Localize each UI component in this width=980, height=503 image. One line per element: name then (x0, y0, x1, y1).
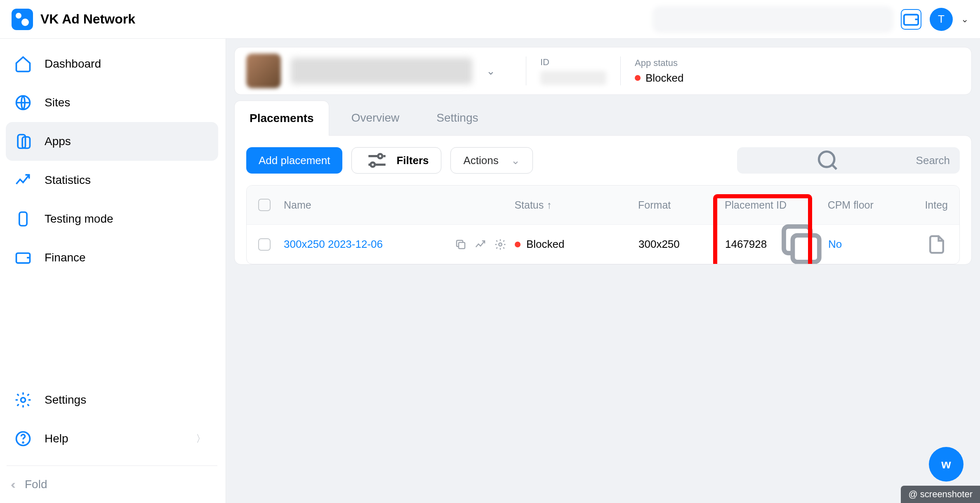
gear-icon[interactable] (494, 238, 506, 251)
wallet-icon (902, 10, 921, 29)
copy-icon[interactable] (455, 238, 467, 251)
filters-button[interactable]: Filters (351, 147, 441, 174)
app-selector[interactable]: ⌄ (246, 54, 512, 88)
status-value: Blocked (645, 72, 684, 85)
sidebar-item-label: Help (45, 432, 68, 445)
wallet-icon (14, 249, 32, 267)
col-cpm-header[interactable]: CPM floor (828, 199, 874, 211)
svg-point-6 (21, 398, 26, 402)
status-dot-icon (635, 75, 641, 81)
watermark: @ screenshoter (901, 486, 980, 503)
account-selector[interactable] (653, 7, 893, 32)
sidebar-item-statistics[interactable]: Statistics (6, 161, 218, 200)
button-label: Add placement (259, 154, 330, 167)
button-label: Filters (396, 154, 429, 167)
row-format: 300x250 (638, 238, 680, 250)
main: ⌄ ID App status Blocked Placements Overv… (226, 39, 980, 503)
add-placement-button[interactable]: Add placement (246, 147, 342, 174)
sidebar-item-label: Dashboard (45, 57, 101, 71)
stats-icon[interactable] (474, 238, 487, 251)
id-label: ID (540, 57, 606, 68)
sidebar-item-dashboard[interactable]: Dashboard (6, 45, 218, 83)
tab-settings[interactable]: Settings (422, 101, 493, 136)
topbar-right: T ⌄ (653, 7, 968, 32)
chevron-right-icon: 〉 (196, 432, 206, 445)
fold-button[interactable]: ‹‹ Fold (7, 465, 217, 503)
row-cpm-link[interactable]: No (828, 238, 842, 250)
tab-placements[interactable]: Placements (234, 101, 329, 136)
col-integ-header[interactable]: Integ (925, 199, 948, 211)
content-card: Add placement Filters Actions ⌄ Search (234, 135, 972, 265)
search-placeholder: Search (916, 154, 950, 167)
search-input[interactable]: Search (737, 147, 960, 174)
app-status-block: App status Blocked (635, 58, 684, 85)
avatar-letter: T (938, 13, 945, 26)
vk-fab-button[interactable]: w (929, 447, 964, 482)
apps-icon (14, 132, 32, 150)
fold-icon: ‹‹ (11, 477, 12, 491)
sidebar-item-label: Testing mode (45, 212, 113, 226)
row-checkbox[interactable] (258, 238, 271, 251)
sidebar-item-label: Sites (45, 96, 70, 109)
toolbar: Add placement Filters Actions ⌄ Search (246, 147, 960, 174)
sidebar-item-testing[interactable]: Testing mode (6, 200, 218, 238)
topbar: VK Ad Network T ⌄ (0, 0, 980, 39)
copy-icon[interactable] (775, 218, 828, 264)
col-placement-id-header[interactable]: Placement ID (725, 199, 787, 211)
sidebar-item-help[interactable]: Help 〉 (6, 419, 218, 458)
placement-name-link[interactable]: 300x250 2023-12-06 (284, 238, 383, 251)
tab-label: Placements (250, 112, 314, 125)
actions-button[interactable]: Actions ⌄ (450, 147, 532, 174)
help-icon (14, 430, 32, 448)
app-header-card: ⌄ ID App status Blocked (234, 47, 972, 95)
table-row: 300x250 2023-12-06 Blocked 300x250 146 (247, 224, 959, 264)
sidebar: Dashboard Sites Apps Statistics Testing … (0, 39, 226, 503)
chevron-down-icon[interactable]: ⌄ (961, 14, 968, 25)
table-header: Name Status ↑ Format Placement ID CPM fl… (247, 186, 959, 224)
divider (620, 56, 621, 85)
tab-label: Settings (436, 111, 478, 124)
svg-rect-14 (793, 235, 819, 262)
home-icon (14, 55, 32, 73)
app-id-block: ID (540, 57, 606, 85)
globe-icon (14, 94, 32, 112)
svg-point-10 (371, 162, 375, 167)
app-id-value (540, 71, 606, 85)
sidebar-item-finance[interactable]: Finance (6, 238, 218, 277)
svg-rect-4 (19, 212, 27, 226)
sidebar-item-label: Apps (45, 135, 71, 148)
sidebar-item-label: Finance (45, 251, 86, 264)
status-label: App status (635, 58, 684, 68)
select-all-checkbox[interactable] (258, 199, 271, 211)
brand-title: VK Ad Network (40, 12, 135, 27)
placements-table: Name Status ↑ Format Placement ID CPM fl… (246, 185, 960, 264)
divider (526, 56, 526, 85)
svg-point-8 (23, 442, 24, 443)
document-icon[interactable] (926, 233, 948, 256)
sidebar-item-settings[interactable]: Settings (6, 381, 218, 419)
brand: VK Ad Network (12, 9, 135, 30)
chevron-down-icon: ⌄ (511, 154, 520, 167)
sidebar-item-sites[interactable]: Sites (6, 83, 218, 122)
filters-icon (364, 148, 390, 173)
gear-icon (14, 391, 32, 409)
sidebar-item-apps[interactable]: Apps (6, 122, 218, 161)
sidebar-item-label: Settings (45, 393, 86, 407)
svg-point-11 (819, 152, 834, 167)
phone-icon (14, 210, 32, 228)
tabs: Placements Overview Settings (234, 101, 972, 136)
col-name-header[interactable]: Name (284, 199, 311, 211)
tab-overview[interactable]: Overview (337, 101, 415, 136)
col-format-header[interactable]: Format (638, 199, 671, 211)
vk-icon: w (941, 457, 951, 471)
avatar[interactable]: T (930, 8, 953, 31)
col-status-header[interactable]: Status ↑ (514, 199, 551, 211)
row-status: Blocked (526, 238, 565, 251)
svg-point-13 (499, 243, 502, 246)
svg-point-9 (378, 154, 382, 158)
status-dot-icon (515, 242, 521, 247)
app-name (291, 58, 472, 84)
tab-label: Overview (351, 111, 400, 124)
fold-label: Fold (25, 478, 47, 491)
wallet-button[interactable] (901, 9, 921, 30)
